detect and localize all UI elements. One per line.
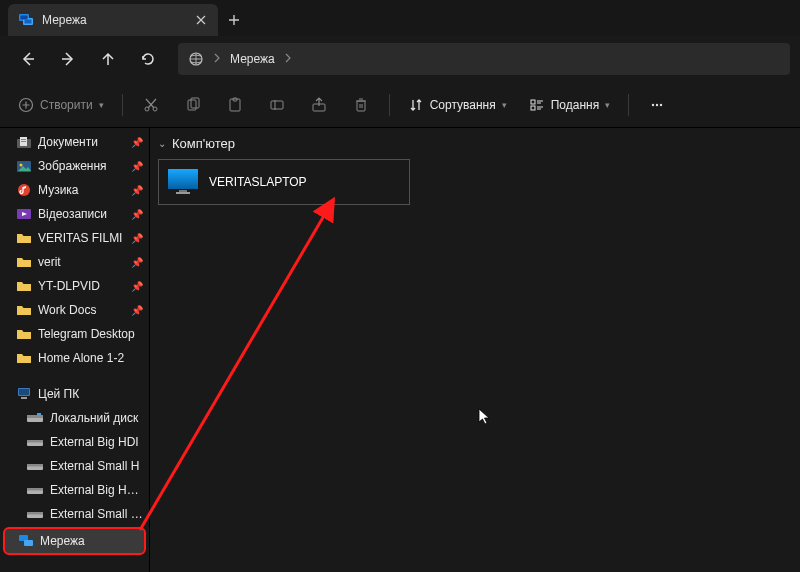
svg-rect-2 [21,16,28,20]
folder-icon [16,327,32,341]
chevron-down-icon: ▾ [605,100,610,110]
svg-point-19 [660,103,662,105]
toolbar-separator [122,94,123,116]
sort-icon [408,97,424,113]
sidebar-item-folder[interactable]: Home Alone 1-2 [0,346,149,370]
pictures-icon [16,159,32,173]
pin-icon: 📌 [131,137,143,148]
svg-rect-12 [271,101,283,109]
sidebar: Документи 📌 Зображення 📌 Музика 📌 Відеоз… [0,128,150,572]
sidebar-item-folder[interactable]: verit 📌 [0,250,149,274]
svg-rect-46 [179,190,187,192]
sidebar-item-folder[interactable]: Work Docs 📌 [0,298,149,322]
chevron-down-icon: ▾ [502,100,507,110]
toolbar: Створити ▾ Сортування ▾ Подання ▾ [0,82,800,128]
svg-point-26 [18,184,30,196]
pc-icon [16,387,32,401]
drive-icon [26,412,44,424]
svg-rect-30 [21,397,27,399]
svg-point-25 [20,164,23,167]
svg-rect-39 [27,488,43,491]
more-button[interactable] [637,88,677,122]
pin-icon: 📌 [131,185,143,196]
svg-rect-47 [176,192,190,194]
group-header-computer[interactable]: ⌄ Комп'ютер [158,136,792,151]
sidebar-item-network[interactable]: Мережа [3,527,146,555]
sidebar-item-pictures[interactable]: Зображення 📌 [0,154,149,178]
view-button[interactable]: Подання ▾ [519,88,620,122]
chevron-right-icon [214,53,220,65]
sidebar-item-drive[interactable]: External Big HDI [0,430,149,454]
sidebar-item-label: Відеозаписи [38,207,125,221]
cut-button[interactable] [131,88,171,122]
paste-button[interactable] [215,88,255,122]
folder-icon [16,279,32,293]
sidebar-item-drive[interactable]: External Big HDD [0,478,149,502]
content-area: ⌄ Комп'ютер VERITASLAPTOP [150,128,800,572]
create-button[interactable]: Створити ▾ [8,88,114,122]
chevron-down-icon: ⌄ [158,138,166,149]
documents-icon [16,135,32,149]
sidebar-item-label: verit [38,255,125,269]
computer-name-label: VERITASLAPTOP [209,175,307,189]
pin-icon: 📌 [131,305,143,316]
sidebar-item-videos[interactable]: Відеозаписи 📌 [0,202,149,226]
sidebar-item-localdisk[interactable]: Локальний диск [0,406,149,430]
delete-button[interactable] [341,88,381,122]
drive-icon [26,460,44,472]
network-icon [18,533,34,549]
sidebar-item-drive[interactable]: External Small H [0,454,149,478]
sidebar-item-label: Зображення [38,159,125,173]
forward-button[interactable] [50,43,86,75]
create-label: Створити [40,98,93,112]
svg-point-18 [656,103,658,105]
network-icon [18,12,34,28]
back-button[interactable] [10,43,46,75]
sidebar-item-drive[interactable]: External Small HD [0,502,149,526]
sidebar-item-documents[interactable]: Документи 📌 [0,130,149,154]
navbar: Мережа [0,36,800,82]
sort-button[interactable]: Сортування ▾ [398,88,517,122]
sidebar-item-folder[interactable]: YT-DLPVID 📌 [0,274,149,298]
chevron-down-icon: ▾ [99,100,104,110]
sidebar-item-label: Telegram Desktop [38,327,143,341]
sidebar-item-folder[interactable]: VERITAS FILMI 📌 [0,226,149,250]
active-tab[interactable]: Мережа [8,4,218,36]
plus-circle-icon [18,97,34,113]
main: Документи 📌 Зображення 📌 Музика 📌 Відеоз… [0,128,800,572]
up-button[interactable] [90,43,126,75]
sidebar-item-music[interactable]: Музика 📌 [0,178,149,202]
folder-icon [16,351,32,365]
sidebar-item-label: External Small HD [50,507,143,521]
sidebar-item-label: External Big HDI [50,435,143,449]
svg-rect-15 [531,100,535,104]
rename-button[interactable] [257,88,297,122]
svg-point-17 [652,103,654,105]
close-tab-button[interactable] [194,13,208,27]
svg-rect-14 [357,101,365,111]
refresh-button[interactable] [130,43,166,75]
chevron-right-icon [285,53,291,65]
share-button[interactable] [299,88,339,122]
group-label: Комп'ютер [172,136,235,151]
pin-icon: 📌 [131,257,143,268]
sidebar-item-thispc[interactable]: Цей ПК [0,382,149,406]
copy-button[interactable] [173,88,213,122]
network-computer-item[interactable]: VERITASLAPTOP [158,159,410,205]
pin-icon: 📌 [131,233,143,244]
svg-rect-37 [27,464,43,467]
sidebar-item-folder[interactable]: Telegram Desktop [0,322,149,346]
sidebar-item-label: Work Docs [38,303,125,317]
svg-rect-3 [25,20,32,24]
svg-rect-33 [37,413,41,416]
sidebar-gap [0,370,149,382]
svg-rect-43 [24,540,33,546]
breadcrumb-network[interactable]: Мережа [230,52,275,66]
new-tab-button[interactable] [218,4,250,36]
sidebar-item-label: External Big HDD [50,483,143,497]
sidebar-item-label: External Small H [50,459,143,473]
svg-rect-41 [27,512,43,515]
address-bar[interactable]: Мережа [178,43,790,75]
toolbar-separator [628,94,629,116]
folder-icon [16,303,32,317]
